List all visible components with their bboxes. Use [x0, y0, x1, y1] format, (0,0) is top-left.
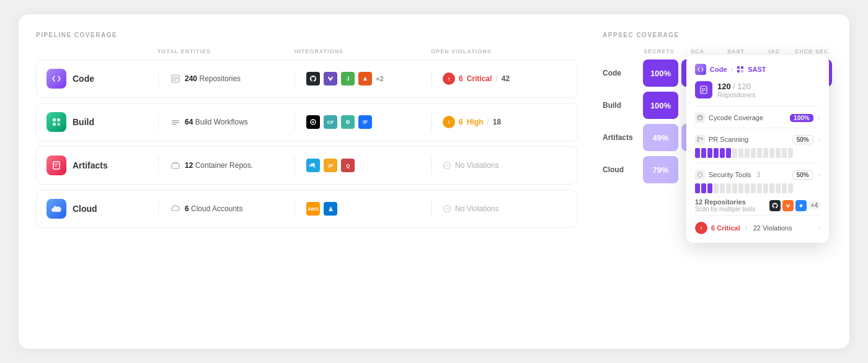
repo-counts: 120 / 120 Repositories	[717, 82, 755, 98]
code-integrations: J +2	[294, 70, 431, 87]
build-total: 64 Build Workflows	[158, 113, 294, 131]
repo-icon	[695, 81, 712, 98]
entity-code: Code	[46, 69, 158, 89]
artifacts-integrations: JF Q	[294, 157, 431, 174]
github-icon	[306, 72, 320, 85]
breadcrumb-label: SAST	[748, 66, 766, 73]
jenkins-icon: J	[341, 72, 355, 85]
artifacts-violations: No Violations	[431, 157, 567, 174]
violation-icon: !	[443, 72, 455, 85]
svg-rect-28	[741, 70, 743, 72]
artifacts-icon	[46, 155, 66, 175]
build-label: Build	[73, 117, 94, 127]
svg-rect-7	[57, 123, 60, 126]
row-label-artifacts: Artifacts	[603, 133, 640, 142]
cycode-row: Cycode Coverage 100% ›	[695, 113, 820, 123]
entity-cloud: Cloud	[46, 199, 158, 219]
pipeline-table: TOTAL ENTITIES INTEGRATIONS OPEN VIOLATI…	[36, 48, 578, 228]
header-total: TOTAL ENTITIES	[157, 48, 294, 55]
gitlab-icon	[324, 72, 337, 85]
pipeline-panel: PIPELINE COVERAGE TOTAL ENTITIES INTEGRA…	[36, 32, 578, 331]
table-row: Code 240 Repositories J	[36, 59, 578, 98]
header-integrations: INTEGRATIONS	[294, 48, 432, 55]
cloud-total: 6 Cloud Accounts	[158, 200, 294, 217]
security-tools-pct-badge: 50%	[792, 170, 813, 180]
pr-pct-badge: 50%	[792, 135, 813, 144]
svg-rect-6	[53, 123, 56, 126]
cloud-integrations: AWS	[294, 200, 431, 217]
entity-artifacts: Artifacts	[46, 155, 158, 175]
bt-github-icon	[769, 200, 781, 211]
violation-icon: !	[443, 116, 455, 128]
header-sast: SAST	[717, 48, 755, 55]
row-label-cloud: Cloud	[603, 165, 640, 174]
pr-icon	[695, 134, 705, 144]
security-tools-icon	[695, 170, 705, 180]
row-label-code: Code	[603, 69, 640, 77]
artifactory-icon: JF	[324, 159, 337, 172]
table-row: Build 64 Build Workflows CF	[36, 103, 578, 141]
docker-icon	[306, 159, 320, 172]
code-violations: ! 6 Critical / 42	[431, 70, 567, 87]
appsec-panel: APPSEC COVERAGE SECRETS SCA SAST IAC CI/…	[603, 32, 832, 331]
pipeline-title: PIPELINE COVERAGE	[36, 32, 578, 38]
security-tools-section: Security Tools 3 50% ›	[695, 163, 820, 193]
cloud-secrets-cell[interactable]: 79%	[643, 156, 678, 183]
cloud-icon	[46, 199, 66, 219]
build-icon	[46, 112, 66, 132]
artifacts-secrets-cell[interactable]: 49%	[643, 124, 678, 151]
header-secrets: SECRETS	[640, 48, 678, 55]
svg-rect-8	[172, 120, 179, 121]
bt-gitlab-icon	[782, 200, 794, 211]
codefresh-icon: CF	[324, 115, 337, 129]
cycode-pct-badge: 100%	[790, 114, 813, 122]
cloud-label: Cloud	[73, 204, 97, 214]
svg-rect-27	[737, 70, 740, 72]
bt-plus-badge: +4	[808, 201, 820, 209]
cloud-violations: No Violations	[431, 200, 567, 217]
svg-rect-13	[53, 162, 60, 169]
svg-rect-26	[741, 66, 743, 69]
security-tools-progress-bars	[695, 183, 820, 193]
svg-rect-18	[311, 165, 313, 167]
header-violations: OPEN VIOLATIONS	[431, 48, 568, 55]
build-secrets-cell[interactable]: 100%	[643, 92, 678, 119]
aws-icon: AWS	[306, 202, 320, 216]
tooltip-breadcrumb: Code › SAST	[695, 64, 820, 75]
code-secrets-cell[interactable]: 100%	[643, 59, 678, 87]
pipelines-icon	[358, 115, 372, 129]
entity-build: Build	[46, 112, 158, 132]
bt-jira-icon	[795, 200, 807, 211]
tooltip-popup: Code › SAST 120 / 120 Repositories	[686, 55, 829, 243]
svg-rect-17	[309, 165, 311, 167]
build-integrations: CF	[294, 113, 431, 131]
svg-rect-22	[313, 167, 316, 167]
code-label: Code	[73, 74, 94, 84]
security-tools-row: Security Tools 3 50% ›	[695, 170, 820, 180]
cycode-icon	[695, 113, 705, 123]
header-cicd: CI/CD SEC.	[794, 48, 832, 55]
svg-rect-10	[172, 124, 177, 125]
breadcrumb-entity: Code	[710, 66, 727, 73]
other-icon	[358, 72, 372, 85]
artifacts-total: 12 Container Repos.	[158, 157, 294, 174]
pr-scanning-section: PR Scanning 50% ›	[695, 128, 820, 158]
code-total: 240 Repositories	[158, 70, 294, 87]
pipeline-header: TOTAL ENTITIES INTEGRATIONS OPEN VIOLATI…	[36, 48, 578, 59]
svg-point-33	[698, 115, 702, 120]
svg-rect-21	[313, 164, 315, 165]
critical-violations-row[interactable]: ! 6 Critical / 22 Violations ›	[695, 215, 820, 234]
breadcrumb-icon	[695, 64, 706, 75]
critical-icon: !	[695, 222, 707, 234]
azure-icon	[324, 202, 337, 216]
main-card: PIPELINE COVERAGE TOTAL ENTITIES INTEGRA…	[19, 14, 849, 349]
drone-icon	[341, 115, 355, 129]
svg-point-12	[312, 121, 314, 123]
bottom-int-icons: +4	[769, 200, 820, 211]
tooltip-bottom-repos: 12 Repositories Scan by multiple tools +…	[695, 198, 820, 212]
pr-progress-bars	[695, 148, 820, 158]
svg-rect-16	[172, 164, 179, 168]
artifacts-label: Artifacts	[73, 160, 108, 170]
svg-rect-9	[172, 122, 179, 123]
build-violations: ! 6 High / 18	[431, 113, 567, 131]
